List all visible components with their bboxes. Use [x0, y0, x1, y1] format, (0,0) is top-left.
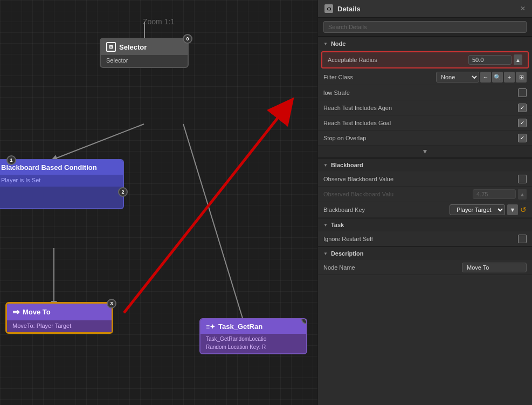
- reach-test-goal-label: Reach Test Includes Goal: [323, 120, 518, 126]
- task-node-subtitle: Task_GetRandomLocatio: [201, 334, 306, 344]
- svg-line-0: [54, 124, 144, 159]
- filter-class-label: Filter Class: [323, 74, 436, 80]
- allow-strafe-checkbox[interactable]: [518, 88, 527, 97]
- moveto-badge: 3: [107, 299, 116, 308]
- selector-icon: ⊞: [106, 42, 116, 52]
- reach-test-goal-row: Reach Test Includes Goal: [318, 115, 532, 131]
- search-box: [318, 18, 532, 37]
- details-icon: ⚙: [324, 4, 333, 13]
- section-description-triangle: ▼: [323, 251, 328, 256]
- node-name-label: Node Name: [323, 264, 462, 271]
- expand-down-icon: ▼: [422, 148, 429, 155]
- observe-blackboard-value: [518, 175, 527, 183]
- details-panel: ⚙ Details ✕ ▼ Node Acceptable Radius ▲ F…: [317, 0, 532, 405]
- ignore-restart-row: Ignore Restart Self: [318, 231, 532, 246]
- details-header: ⚙ Details ✕: [318, 0, 532, 18]
- selector-badge: 0: [183, 34, 192, 44]
- task-node-header: ≡✦ Task_GetRan: [201, 319, 306, 334]
- filter-add-button[interactable]: +: [504, 72, 515, 83]
- filter-class-value: None ← 🔍 + ⊞: [436, 72, 527, 83]
- moveto-node-subtitle: MoveTo: Player Target: [7, 320, 112, 332]
- ignore-restart-checkbox[interactable]: [518, 235, 527, 243]
- condition-badge-2: 2: [118, 187, 128, 197]
- acceptable-radius-value: ▲: [468, 54, 522, 65]
- moveto-node[interactable]: ⇒ Move To MoveTo: Player Target 3: [5, 302, 113, 334]
- reach-test-agent-label: Reach Test Includes Agen: [323, 105, 518, 111]
- stop-overlap-checkbox[interactable]: [518, 134, 527, 142]
- observe-blackboard-label: Observe Blackboard Value: [323, 176, 518, 182]
- acceptable-radius-label: Acceptable Radius: [328, 57, 468, 63]
- details-title: Details: [337, 5, 516, 13]
- acceptable-radius-row: Acceptable Radius ▲: [321, 51, 529, 68]
- task-node-subtitle2: Random Location Key: R: [201, 344, 306, 353]
- section-node[interactable]: ▼ Node: [318, 37, 532, 50]
- task-node[interactable]: ≡✦ Task_GetRan Task_GetRandomLocatio Ran…: [199, 318, 307, 354]
- condition-node-header: Blackboard Based Condition: [0, 160, 123, 175]
- ignore-restart-value: [518, 235, 527, 243]
- zoom-label: Zoom 1:1: [143, 17, 175, 26]
- moveto-node-header: ⇒ Move To: [7, 304, 112, 320]
- reach-test-goal-checkbox[interactable]: [518, 119, 527, 127]
- blackboard-key-label: Blackboard Key: [323, 207, 450, 213]
- acceptable-radius-input[interactable]: [468, 55, 512, 65]
- selector-node[interactable]: ⊞ Selector Selector 0: [100, 38, 189, 68]
- section-node-triangle: ▼: [323, 42, 328, 46]
- section-node-label: Node: [331, 40, 346, 47]
- filter-class-row: Filter Class None ← 🔍 + ⊞: [318, 70, 532, 85]
- ignore-restart-label: Ignore Restart Self: [323, 236, 518, 242]
- section-blackboard-label: Blackboard: [331, 162, 363, 168]
- filter-search-button[interactable]: 🔍: [492, 72, 503, 83]
- section-task-triangle: ▼: [323, 223, 328, 228]
- node-name-row: Node Name: [318, 260, 532, 275]
- observed-blackboard-input[interactable]: [473, 189, 516, 199]
- search-input[interactable]: [323, 21, 527, 33]
- condition-badge-1: 1: [6, 155, 16, 165]
- filter-expand-button[interactable]: ⊞: [516, 72, 527, 83]
- stop-overlap-value: [518, 134, 527, 142]
- observed-blackboard-row: Observed Blackboard Valu ▲: [318, 187, 532, 202]
- blackboard-key-dropdown-arrow[interactable]: ▼: [507, 204, 518, 215]
- allow-strafe-value: [518, 88, 527, 97]
- observe-blackboard-row: Observe Blackboard Value: [318, 171, 532, 187]
- condition-node[interactable]: Blackboard Based Condition Player is Is …: [0, 159, 124, 209]
- condition-node-body: [0, 187, 123, 208]
- filter-back-button[interactable]: ←: [480, 72, 491, 83]
- node-name-value: [462, 263, 527, 272]
- section-description[interactable]: ▼ Description: [318, 246, 532, 260]
- condition-node-subtitle: Player is Is Set: [0, 175, 123, 187]
- connector-top: [144, 22, 145, 38]
- reach-test-agent-checkbox[interactable]: [518, 104, 527, 112]
- section-blackboard[interactable]: ▼ Blackboard: [318, 158, 532, 171]
- section-task-label: Task: [331, 222, 344, 228]
- blackboard-key-row: Blackboard Key Player Target ▼ ↺: [318, 202, 532, 218]
- section-description-label: Description: [331, 250, 364, 257]
- stop-overlap-label: Stop on Overlap: [323, 135, 518, 141]
- allow-strafe-label: low Strafe: [323, 90, 518, 96]
- blackboard-key-reset-button[interactable]: ↺: [520, 205, 527, 214]
- node-name-input[interactable]: [462, 263, 527, 272]
- details-content: ▼ Node Acceptable Radius ▲ Filter Class …: [318, 37, 532, 405]
- blackboard-key-select[interactable]: Player Target: [450, 204, 505, 215]
- reach-test-goal-value: [518, 119, 527, 127]
- reach-test-agent-value: [518, 104, 527, 112]
- section-task[interactable]: ▼ Task: [318, 218, 532, 231]
- spin-up-button[interactable]: ▲: [514, 54, 522, 65]
- blueprint-canvas[interactable]: Zoom 1:1 ⊞ Selector Selector 0: [0, 0, 317, 405]
- filter-class-select[interactable]: None: [436, 72, 479, 83]
- svg-line-6: [124, 108, 286, 313]
- selector-node-header: ⊞ Selector: [101, 39, 188, 55]
- section-blackboard-triangle: ▼: [323, 163, 328, 168]
- svg-line-3: [183, 124, 243, 318]
- selector-node-label: Selector: [101, 55, 188, 67]
- observed-spin-button[interactable]: ▲: [518, 189, 527, 200]
- stop-overlap-row: Stop on Overlap: [318, 131, 532, 146]
- observe-blackboard-checkbox[interactable]: [518, 175, 527, 183]
- allow-strafe-row: low Strafe: [318, 85, 532, 100]
- expand-indicator: ▼: [318, 146, 532, 158]
- blackboard-key-value: Player Target ▼ ↺: [450, 204, 527, 215]
- observed-blackboard-label: Observed Blackboard Valu: [323, 191, 473, 197]
- details-close-button[interactable]: ✕: [520, 5, 526, 12]
- reach-test-agent-row: Reach Test Includes Agen: [318, 100, 532, 115]
- observed-blackboard-value: ▲: [473, 189, 527, 200]
